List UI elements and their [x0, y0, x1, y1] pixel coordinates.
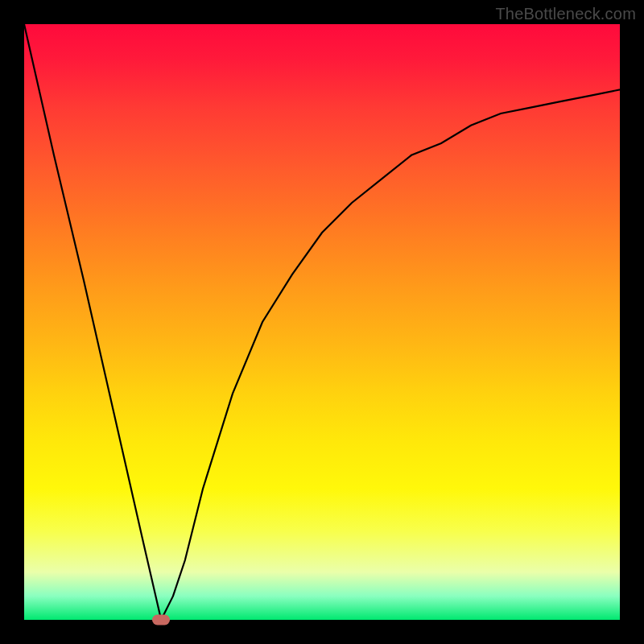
bottleneck-curve [24, 24, 620, 620]
watermark-text: TheBottleneck.com [495, 5, 636, 23]
chart-frame: TheBottleneck.com [0, 0, 644, 644]
chart-plot-area [24, 24, 620, 620]
curve-path [24, 24, 620, 620]
optimal-point-marker [152, 615, 170, 625]
